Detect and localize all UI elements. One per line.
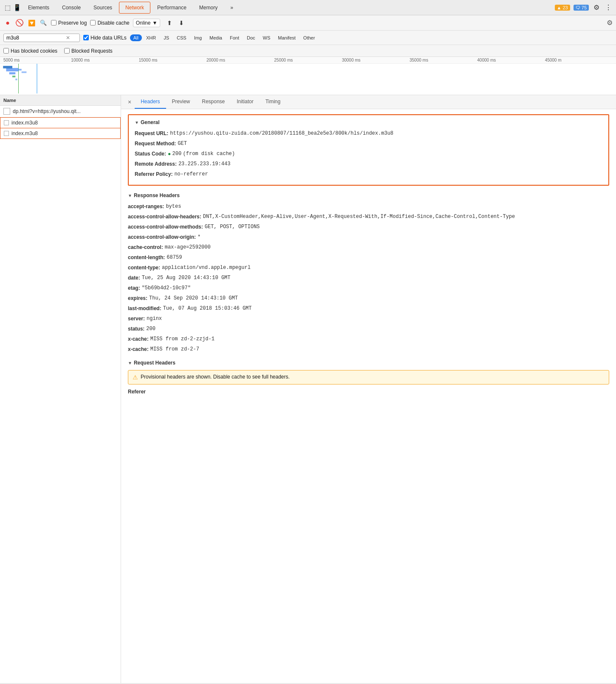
- resp-header-server: server: nginx: [128, 315, 609, 322]
- filter-search-box[interactable]: m3u8 ✕: [3, 34, 80, 42]
- blocked-cookies-group[interactable]: Has blocked cookies: [3, 48, 57, 54]
- settings-gear-icon[interactable]: ⚙: [592, 3, 601, 12]
- timeline-label-9: 45000 m: [545, 58, 613, 62]
- resp-val-7: Tue, 25 Aug 2020 14:43:10 GMT: [142, 274, 231, 282]
- file-name-1: index.m3u8: [11, 120, 38, 126]
- filter-tag-font[interactable]: Font: [226, 34, 243, 41]
- resp-val-9: Thu, 24 Sep 2020 14:43:10 GMT: [149, 294, 238, 302]
- resp-key-14: x-cache:: [128, 345, 149, 353]
- disable-cache-group[interactable]: Disable cache: [90, 20, 129, 26]
- download-icon[interactable]: ⬇: [177, 19, 186, 27]
- tab-network[interactable]: Network: [119, 2, 150, 14]
- response-headers-section-header[interactable]: ▼ Response Headers: [128, 192, 609, 198]
- search-icon[interactable]: 🔍: [39, 19, 48, 27]
- preserve-log-checkbox[interactable]: [51, 20, 57, 25]
- filter-tag-media[interactable]: Media: [206, 34, 226, 41]
- file-item-0[interactable]: dp.html?v=https://yushou.qit...: [0, 106, 121, 117]
- filter-tag-all[interactable]: All: [130, 34, 142, 41]
- preserve-log-label: Preserve log: [58, 20, 87, 26]
- timeline-area: 5000 ms 10000 ms 15000 ms 20000 ms 25000…: [0, 57, 616, 95]
- filter-tag-manifest[interactable]: Manifest: [274, 34, 299, 41]
- tab-headers[interactable]: Headers: [135, 95, 166, 109]
- resp-key-9: expires:: [128, 294, 147, 302]
- file-item-1[interactable]: index.m3u8: [0, 117, 121, 128]
- resp-header-cache-control: cache-control: max-age=2592000: [128, 243, 609, 251]
- blocked-requests-checkbox[interactable]: [64, 48, 70, 54]
- filter-tag-js[interactable]: JS: [160, 34, 172, 41]
- tab-performance[interactable]: Performance: [151, 2, 192, 13]
- request-method-key: Request Method:: [135, 140, 176, 147]
- filter-tag-img[interactable]: Img: [191, 34, 205, 41]
- inspect-icon[interactable]: ⬚: [3, 3, 12, 12]
- tab-initiator[interactable]: Initiator: [231, 95, 259, 109]
- file-item-2[interactable]: index.m3u8: [0, 128, 121, 139]
- filter-tag-xhr[interactable]: XHR: [143, 34, 159, 41]
- remote-address-row: Remote Address: 23.225.233.19:443: [135, 160, 602, 168]
- blocked-cookies-checkbox[interactable]: [3, 48, 9, 54]
- tab-more[interactable]: »: [224, 2, 239, 13]
- resp-header-access-control-allow-methods: access-control-allow-methods: GET, POST,…: [128, 223, 609, 231]
- svg-rect-5: [15, 79, 17, 80]
- tab-console[interactable]: Console: [56, 2, 87, 13]
- resp-key-10: last-modified:: [128, 305, 161, 312]
- tab-memory[interactable]: Memory: [193, 2, 223, 13]
- network-settings-icon[interactable]: ⚙: [607, 19, 613, 27]
- status-code-key: Status Code:: [135, 150, 166, 158]
- clear-search-icon[interactable]: ✕: [66, 35, 70, 41]
- record-button[interactable]: ●: [3, 19, 12, 27]
- resp-val-3: *: [198, 233, 201, 241]
- preserve-log-group[interactable]: Preserve log: [51, 20, 87, 26]
- file-name-2: index.m3u8: [11, 130, 38, 136]
- resp-key-5: content-length:: [128, 254, 165, 261]
- upload-icon[interactable]: ⬆: [165, 19, 174, 27]
- disable-cache-checkbox[interactable]: [90, 20, 96, 25]
- timeline-label-5: 25000 ms: [274, 58, 342, 62]
- detail-close-button[interactable]: ×: [124, 97, 135, 107]
- hide-data-urls-group[interactable]: Hide data URLs: [83, 35, 127, 41]
- clear-button[interactable]: 🚫: [15, 19, 24, 27]
- timeline-label-4: 20000 ms: [206, 58, 274, 62]
- tab-elements[interactable]: Elements: [22, 2, 55, 13]
- resp-header-status: status: 200: [128, 325, 609, 333]
- resp-key-12: status:: [128, 325, 144, 333]
- resp-val-10: Tue, 07 Aug 2018 15:03:46 GMT: [163, 305, 252, 312]
- svg-rect-2: [6, 68, 19, 71]
- tab-preview[interactable]: Preview: [166, 95, 196, 109]
- request-headers-section-header[interactable]: ▼ Request Headers: [128, 360, 609, 366]
- resp-key-8: etag:: [128, 284, 140, 292]
- resp-header-access-control-allow-origin: access-control-allow-origin: *: [128, 233, 609, 241]
- status-code-val: 200: [172, 150, 182, 158]
- hide-data-urls-checkbox[interactable]: [83, 35, 89, 40]
- file-checkbox-1[interactable]: [4, 120, 9, 125]
- resp-key-3: access-control-allow-origin:: [128, 233, 196, 241]
- filter-tag-css[interactable]: CSS: [173, 34, 190, 41]
- resp-val-4: max-age=2592000: [165, 243, 211, 251]
- file-name-0: dp.html?v=https://yushou.qit...: [13, 108, 81, 114]
- file-list-header: Name: [0, 95, 121, 106]
- file-checkbox-2[interactable]: [4, 131, 9, 136]
- filter-tag-doc[interactable]: Doc: [243, 34, 259, 41]
- svg-rect-8: [22, 71, 27, 73]
- timeline-label-7: 35000 ms: [410, 58, 477, 62]
- request-url-key: Request URL:: [135, 130, 168, 137]
- blocked-requests-group[interactable]: Blocked Requests: [64, 48, 113, 54]
- timeline-chart[interactable]: [0, 64, 616, 93]
- tab-timing[interactable]: Timing: [260, 95, 287, 109]
- resp-header-expires: expires: Thu, 24 Sep 2020 14:43:10 GMT: [128, 294, 609, 302]
- filter-tag-other[interactable]: Other: [300, 34, 319, 41]
- general-section-header[interactable]: ▼ General: [135, 119, 602, 125]
- response-headers-section: ▼ Response Headers accept-ranges: bytes …: [128, 192, 609, 353]
- resp-header-access-control-allow-headers: access-control-allow-headers: DNT,X-Cust…: [128, 213, 609, 220]
- device-icon[interactable]: 📱: [13, 3, 21, 12]
- additional-filters: Has blocked cookies Blocked Requests: [0, 45, 616, 57]
- timeline-label-3: 15000 ms: [139, 58, 206, 62]
- more-options-icon[interactable]: ⋮: [604, 3, 613, 12]
- throttle-select[interactable]: Online ▼: [133, 19, 161, 27]
- tab-sources[interactable]: Sources: [88, 2, 118, 13]
- timeline-labels: 5000 ms 10000 ms 15000 ms 20000 ms 25000…: [0, 57, 616, 64]
- tab-response[interactable]: Response: [196, 95, 231, 109]
- filter-icon[interactable]: 🔽: [27, 19, 36, 27]
- filter-tag-ws[interactable]: WS: [260, 34, 274, 41]
- resp-key-6: content-type:: [128, 264, 160, 271]
- search-input[interactable]: m3u8: [6, 35, 66, 41]
